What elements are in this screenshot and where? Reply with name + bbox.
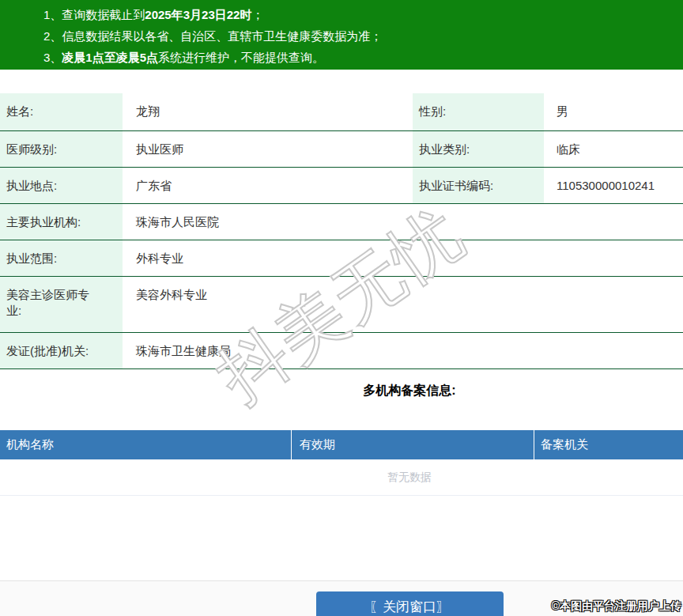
notice-line-1: 1、查询数据截止到2025年3月23日22时；	[43, 4, 675, 25]
field-label-practice-scope: 执业范围:	[0, 240, 123, 276]
field-value-gender: 男	[544, 93, 683, 130]
notice-line-3: 3、凌晨1点至凌晨5点系统进行维护，不能提供查询。	[43, 47, 675, 68]
field-label-cosmetic-specialty: 美容主诊医师专业:	[0, 277, 123, 332]
table-row: 执业范围: 外科专业	[0, 240, 683, 277]
column-header-institution-name: 机构名称	[0, 430, 291, 459]
table-row: 医师级别: 执业医师 执业类别: 临床	[0, 131, 683, 168]
table-row: 发证(批准)机关: 珠海市卫生健康局	[0, 333, 683, 369]
field-label-main-institution: 主要执业机构:	[0, 204, 123, 240]
field-label-name: 姓名:	[0, 93, 123, 130]
field-label-issuing-authority: 发证(批准)机关:	[0, 333, 123, 368]
field-value-name: 龙翔	[123, 93, 413, 130]
field-value-practice-type: 临床	[544, 131, 683, 167]
table-row: 美容主诊医师专业: 美容外科专业	[0, 277, 683, 333]
field-value-issuing-authority: 珠海市卫生健康局	[123, 333, 683, 368]
field-value-doctor-level: 执业医师	[123, 131, 413, 167]
footer-bar: 〖关闭窗口〗	[0, 580, 683, 616]
doctor-info-table: 姓名: 龙翔 性别: 男 医师级别: 执业医师 执业类别: 临床 执业地点: 广…	[0, 93, 683, 369]
field-label-gender: 性别:	[413, 93, 544, 130]
table-row: 主要执业机构: 珠海市人民医院	[0, 204, 683, 240]
table-row: 执业地点: 广东省 执业证书编码: 110530000010241	[0, 168, 683, 204]
field-value-certificate-no: 110530000010241	[544, 168, 683, 203]
spacer	[0, 496, 683, 580]
field-label-practice-type: 执业类别:	[413, 131, 544, 167]
empty-data-placeholder: 暂无数据	[0, 459, 683, 496]
column-header-filing-authority: 备案机关	[534, 430, 683, 459]
field-label-certificate-no: 执业证书编码:	[413, 168, 544, 203]
field-value-cosmetic-specialty: 美容外科专业	[123, 277, 683, 332]
field-value-main-institution: 珠海市人民医院	[123, 204, 683, 240]
filing-table-header: 机构名称 有效期 备案机关	[0, 430, 683, 459]
field-label-practice-place: 执业地点:	[0, 168, 123, 203]
field-value-practice-scope: 外科专业	[123, 240, 683, 276]
close-window-button[interactable]: 〖关闭窗口〗	[316, 591, 504, 616]
notice-line-2: 2、信息数据结果以各省、自治区、直辖市卫生健康委数据为准；	[43, 25, 675, 47]
table-row: 姓名: 龙翔 性别: 男	[0, 93, 683, 131]
field-label-doctor-level: 医师级别:	[0, 131, 123, 167]
notice-bar: 1、查询数据截止到2025年3月23日22时； 2、信息数据结果以各省、自治区、…	[0, 0, 683, 70]
filing-section-title: 多机构备案信息:	[0, 383, 683, 399]
field-value-practice-place: 广东省	[123, 168, 413, 203]
column-header-validity-period: 有效期	[291, 430, 534, 459]
